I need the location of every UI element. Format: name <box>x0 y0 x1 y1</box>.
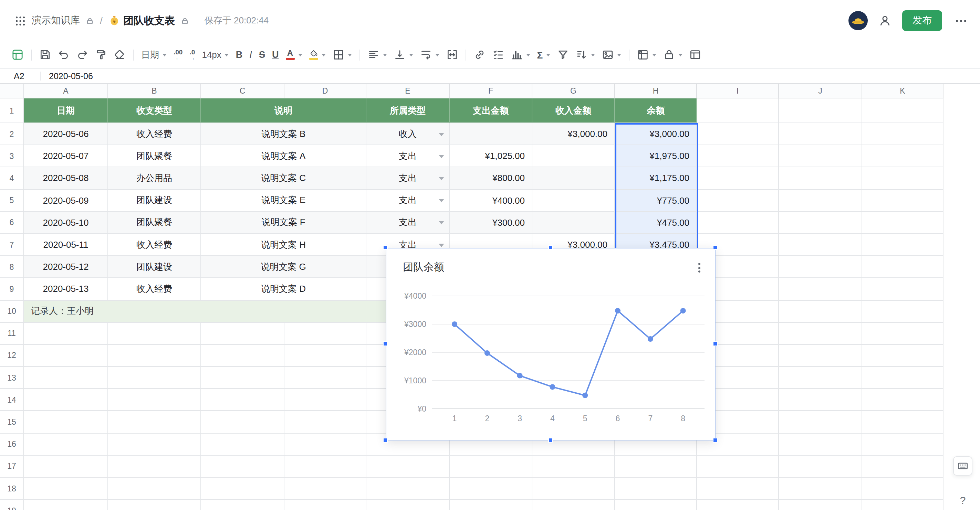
cell-A13[interactable] <box>24 367 108 389</box>
cell-J13[interactable] <box>779 367 862 389</box>
cell-D14[interactable] <box>285 389 366 411</box>
row-number-11[interactable]: 11 <box>0 323 24 345</box>
cell-A12[interactable] <box>24 345 108 367</box>
cell-B9[interactable]: 收入经费 <box>108 278 201 300</box>
text-wrap-button[interactable] <box>416 45 442 64</box>
cell-B3[interactable]: 团队聚餐 <box>108 145 201 167</box>
dropdown-caret-icon[interactable] <box>439 221 444 225</box>
cell-desc-2[interactable]: 说明文案 B <box>201 123 366 145</box>
cell-E19[interactable] <box>366 500 450 510</box>
cell-A9[interactable]: 2020-05-13 <box>24 278 108 300</box>
cell-H17[interactable] <box>615 456 697 478</box>
cell-C16[interactable] <box>201 433 285 455</box>
cell-G5[interactable] <box>532 190 615 211</box>
cell-desc-7[interactable]: 说明文案 H <box>201 234 366 256</box>
column-header-F[interactable]: F <box>450 84 532 99</box>
dropdown-caret-icon[interactable] <box>439 155 444 158</box>
column-header-G[interactable]: G <box>532 84 615 99</box>
column-header-B[interactable]: B <box>108 84 201 99</box>
column-header-E[interactable]: E <box>366 84 450 99</box>
cell-K15[interactable] <box>862 411 943 433</box>
bold-button[interactable]: B <box>232 45 246 64</box>
cell-desc-5[interactable]: 说明文案 E <box>201 190 366 211</box>
cell-B17[interactable] <box>108 456 201 478</box>
cell-E18[interactable] <box>366 478 450 500</box>
dropdown-caret-icon[interactable] <box>439 177 444 180</box>
header-cell-type[interactable]: 收支类型 <box>108 99 201 123</box>
cell-B12[interactable] <box>108 345 201 367</box>
select-all-corner[interactable] <box>0 84 24 99</box>
cell-I6[interactable] <box>697 212 779 234</box>
row-number-10[interactable]: 10 <box>0 300 24 323</box>
cell-C13[interactable] <box>201 367 285 389</box>
row-number-7[interactable]: 7 <box>0 234 24 256</box>
row-number-6[interactable]: 6 <box>0 212 24 234</box>
row-number-1[interactable]: 1 <box>0 99 24 123</box>
chart-resize-handle[interactable] <box>548 245 553 250</box>
cell-F18[interactable] <box>450 478 532 500</box>
cell-G4[interactable] <box>532 168 615 190</box>
cell-K12[interactable] <box>862 345 943 367</box>
freeze-button[interactable] <box>633 45 660 64</box>
cell-A2[interactable]: 2020-05-06 <box>24 123 108 145</box>
cell-H18[interactable] <box>615 478 697 500</box>
cell-A19[interactable] <box>24 500 108 510</box>
cell-F5[interactable]: ¥400.00 <box>450 190 532 211</box>
row-number-12[interactable]: 12 <box>0 345 24 367</box>
cell-F19[interactable] <box>450 500 532 510</box>
row-number-3[interactable]: 3 <box>0 145 24 167</box>
chart-resize-handle[interactable] <box>713 438 718 443</box>
cell-B8[interactable]: 团队建设 <box>108 256 201 278</box>
cell-K1[interactable] <box>862 99 943 123</box>
cell-B18[interactable] <box>108 478 201 500</box>
cell-G3[interactable] <box>532 145 615 167</box>
cell-K14[interactable] <box>862 389 943 411</box>
link-button[interactable] <box>470 45 488 64</box>
cell-J12[interactable] <box>779 345 862 367</box>
cell-J11[interactable] <box>779 323 862 345</box>
cell-B7[interactable]: 收入经费 <box>108 234 201 256</box>
cell-K10[interactable] <box>862 300 943 323</box>
cell-D17[interactable] <box>285 456 366 478</box>
cell-K2[interactable] <box>862 123 943 145</box>
checklist-button[interactable] <box>488 45 507 64</box>
cell-H6[interactable]: ¥475.00 <box>615 212 697 234</box>
cell-I17[interactable] <box>697 456 779 478</box>
text-color-button[interactable]: A <box>282 45 305 64</box>
sum-button[interactable]: Σ <box>533 45 554 64</box>
header-cell-date[interactable]: 日期 <box>24 99 108 123</box>
chart-resize-handle[interactable] <box>713 245 718 250</box>
cell-E2[interactable]: 收入 <box>366 123 450 145</box>
cell-F2[interactable] <box>450 123 532 145</box>
row-number-8[interactable]: 8 <box>0 256 24 278</box>
cell-J16[interactable] <box>779 433 862 455</box>
cell-C19[interactable] <box>201 500 285 510</box>
italic-button[interactable]: I <box>246 45 256 64</box>
chart-resize-handle[interactable] <box>383 438 388 443</box>
cell-desc-6[interactable]: 说明文案 F <box>201 212 366 234</box>
cell-I2[interactable] <box>697 123 779 145</box>
image-button[interactable] <box>598 45 625 64</box>
row-number-16[interactable]: 16 <box>0 433 24 455</box>
cell-G18[interactable] <box>532 478 615 500</box>
cell-E3[interactable]: 支出 <box>366 145 450 167</box>
sort-button[interactable] <box>572 45 598 64</box>
cell-J9[interactable] <box>779 278 862 300</box>
cell-D11[interactable] <box>285 323 366 345</box>
column-header-I[interactable]: I <box>697 84 779 99</box>
cell-desc-8[interactable]: 说明文案 G <box>201 256 366 278</box>
cell-G17[interactable] <box>532 456 615 478</box>
horizontal-align-button[interactable] <box>364 45 390 64</box>
row-number-19[interactable]: 19 <box>0 500 24 510</box>
cell-C12[interactable] <box>201 345 285 367</box>
cell-B16[interactable] <box>108 433 201 455</box>
help-button[interactable]: ? <box>956 493 970 507</box>
cell-K9[interactable] <box>862 278 943 300</box>
cell-A3[interactable]: 2020-05-07 <box>24 145 108 167</box>
row-number-9[interactable]: 9 <box>0 278 24 300</box>
cell-K6[interactable] <box>862 212 943 234</box>
column-header-H[interactable]: H <box>615 84 697 99</box>
save-button[interactable] <box>36 45 54 64</box>
cell-J10[interactable] <box>779 300 862 323</box>
cell-J4[interactable] <box>779 168 862 190</box>
